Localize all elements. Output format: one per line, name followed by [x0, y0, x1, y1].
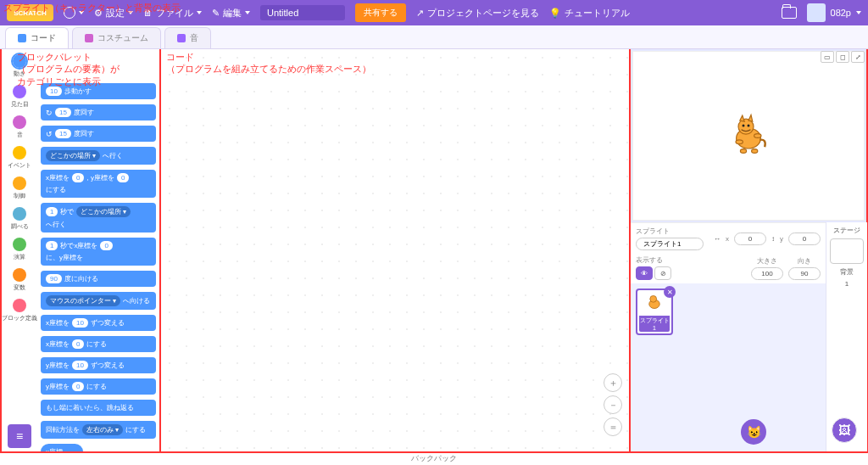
account-menu[interactable]: 082p: [807, 3, 861, 22]
add-extension-button[interactable]: ≡: [8, 424, 31, 448]
stage-selector[interactable]: ステージ 背景 1 🖼: [826, 222, 867, 451]
stage[interactable]: [632, 51, 865, 221]
stage-size-large-button[interactable]: ◻: [836, 51, 849, 63]
svg-point-8: [740, 149, 746, 154]
scratch-logo[interactable]: SCRATCH: [7, 4, 53, 21]
category-見た目[interactable]: 見た目: [11, 83, 29, 110]
add-sprite-button[interactable]: 😺: [741, 419, 766, 445]
sprite-info-panel: スプライト ↔x 0 ↕y 0 表示する 👁: [631, 222, 826, 283]
category-ブロック定義[interactable]: ブロック定義: [2, 297, 37, 324]
editor-tabs: コード コスチューム 音: [0, 25, 868, 49]
tutorials-button[interactable]: 💡チュートリアル: [549, 7, 630, 20]
stage-thumbnail[interactable]: [830, 238, 864, 264]
edit-menu[interactable]: ✎編集: [212, 7, 250, 20]
category-動き[interactable]: 動き: [13, 53, 26, 80]
add-backdrop-button[interactable]: 🖼: [832, 417, 857, 443]
menubar: SCRATCH ⚙設定 🗎ファイル ✎編集 共有する ↗プロジェクトページを見る…: [0, 0, 868, 25]
backpack-bar[interactable]: バックパック: [0, 453, 868, 465]
zoom-reset-button[interactable]: ＝: [604, 417, 622, 436]
sprite-x-input[interactable]: 0: [734, 232, 766, 245]
svg-marker-3: [748, 115, 753, 121]
my-stuff-button[interactable]: [782, 7, 797, 19]
block-turn-ccw[interactable]: 15度回す: [41, 126, 156, 142]
category-音[interactable]: 音: [13, 114, 26, 141]
file-menu[interactable]: 🗎ファイル: [143, 7, 202, 20]
block-if-edge-bounce[interactable]: もし端に着いたら、跳ね返る: [41, 400, 156, 416]
block-goto-xy[interactable]: x座標を0, y座標を0にする: [41, 170, 156, 198]
zoom-out-button[interactable]: －: [604, 395, 622, 414]
svg-point-5: [748, 125, 750, 127]
block-glide-to[interactable]: 1秒でどこかの場所▾へ行く: [41, 203, 156, 232]
category-演算[interactable]: 演算: [13, 236, 26, 263]
svg-point-4: [743, 125, 745, 127]
globe-icon: [64, 7, 75, 19]
show-sprite-button[interactable]: 👁: [636, 266, 653, 280]
block-set-x[interactable]: x座標を0にする: [41, 336, 156, 352]
block-set-y[interactable]: y座標を0にする: [41, 378, 156, 395]
svg-point-7: [754, 134, 761, 138]
share-button[interactable]: 共有する: [355, 3, 406, 22]
tab-sounds[interactable]: 音: [164, 27, 211, 48]
sprite-y-input[interactable]: 0: [788, 232, 821, 245]
category-調べる[interactable]: 調べる: [11, 205, 29, 232]
category-制御[interactable]: 制御: [13, 175, 26, 202]
delete-sprite-button[interactable]: ✕: [664, 286, 676, 298]
block-rotation-style[interactable]: 回転方法を左右のみ▾にする: [41, 421, 156, 439]
sprite-size-input[interactable]: 100: [751, 267, 783, 280]
settings-menu[interactable]: ⚙設定: [94, 7, 133, 20]
sprite-list: ✕ スプライト1 😺: [631, 283, 826, 451]
sprite-card[interactable]: ✕ スプライト1: [636, 289, 673, 335]
stage-pane: スプライト（キャラクター）と背景の表示 ▭ ◻ ⤢: [631, 49, 868, 453]
sprite-name-input[interactable]: [636, 238, 704, 250]
project-title-input[interactable]: [260, 5, 345, 20]
folder-icon: [782, 7, 797, 19]
block-palette: ブロックパレット （プログラムの要素）が カテゴリごとに表示 動き見た目音イベン…: [0, 49, 161, 453]
scratch-cat-sprite[interactable]: [723, 110, 774, 161]
project-page-link[interactable]: ↗プロジェクトページを見る: [416, 7, 539, 20]
zoom-controls: ＋ － ＝: [604, 373, 622, 436]
svg-point-6: [736, 140, 743, 144]
svg-marker-2: [740, 115, 744, 121]
block-turn-cw[interactable]: 15度回す: [41, 104, 156, 120]
svg-point-9: [752, 149, 758, 154]
block-goto[interactable]: どこかの場所▾へ行く: [41, 147, 156, 165]
avatar-icon: [807, 3, 826, 22]
sprite-thumbnail: [642, 292, 667, 314]
hide-sprite-button[interactable]: ⊘: [654, 266, 671, 280]
main-area: ブロックパレット （プログラムの要素）が カテゴリごとに表示 動き見た目音イベン…: [0, 49, 868, 453]
block-point-towards[interactable]: マウスのポインター▾へ向ける: [41, 292, 156, 310]
category-変数[interactable]: 変数: [13, 266, 26, 294]
category-イベント[interactable]: イベント: [8, 144, 31, 171]
zoom-in-button[interactable]: ＋: [604, 373, 622, 392]
sprite-direction-input[interactable]: 90: [788, 267, 821, 280]
stage-fullscreen-button[interactable]: ⤢: [851, 51, 865, 63]
block-x-position[interactable]: x座標: [41, 444, 83, 451]
category-column: 動き見た目音イベント制御調べる演算変数ブロック定義≡: [2, 49, 37, 451]
block-glide-xy[interactable]: 1秒でx座標を0に、y座標を: [41, 238, 156, 266]
svg-point-11: [650, 295, 657, 302]
language-menu[interactable]: [64, 7, 84, 19]
tab-costumes[interactable]: コスチューム: [72, 27, 161, 48]
blocks-list: 10歩動かす 15度回す 15度回す どこかの場所▾へ行く x座標を0, y座標…: [37, 49, 159, 451]
block-change-x[interactable]: x座標を10ずつ変える: [41, 315, 156, 331]
block-move-steps[interactable]: 10歩動かす: [41, 83, 156, 99]
code-workspace[interactable]: コード （プログラムを組み立てるための作業スペース） ＋ － ＝: [161, 49, 631, 453]
block-point-direction[interactable]: 90度に向ける: [41, 271, 156, 287]
stage-size-small-button[interactable]: ▭: [821, 51, 834, 63]
block-change-y[interactable]: y座標を10ずつ変える: [41, 357, 156, 373]
tab-code[interactable]: コード: [5, 27, 69, 48]
